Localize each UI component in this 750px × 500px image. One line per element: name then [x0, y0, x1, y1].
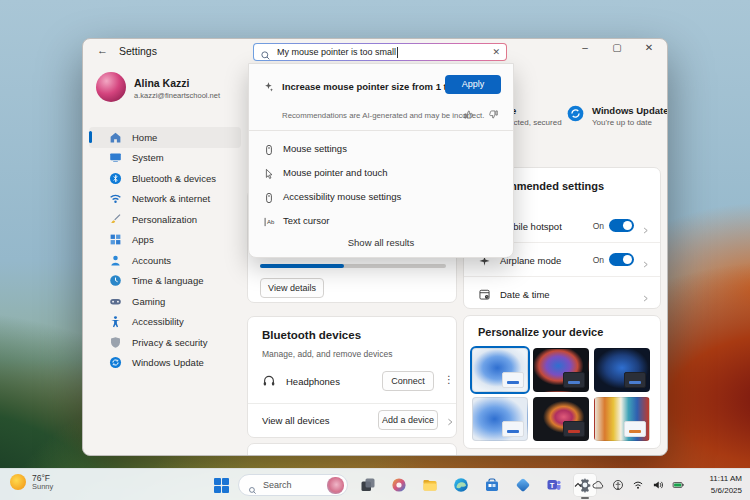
divider: [248, 403, 456, 404]
time-icon: [109, 274, 122, 287]
wallpaper-thumbnail-3[interactable]: [594, 348, 650, 392]
battery-icon[interactable]: [672, 479, 684, 491]
search-result-mouse-settings[interactable]: Mouse settings: [249, 136, 513, 160]
sidebar-item-accessibility[interactable]: Accessibility: [89, 312, 241, 333]
sidebar-item-system[interactable]: System: [89, 148, 241, 169]
search-icon: [248, 481, 257, 490]
sidebar-item-bluetooth-devices[interactable]: Bluetooth & devices: [89, 168, 241, 189]
search-result-mouse-pointer-and-touch[interactable]: Mouse pointer and touch: [249, 160, 513, 184]
wallpaper-thumbnail-2[interactable]: [533, 348, 589, 392]
sidebar-item-privacy-security[interactable]: Privacy & security: [89, 332, 241, 353]
sidebar-item-network-internet[interactable]: Network & internet: [89, 189, 241, 210]
accessibility-tray-icon[interactable]: [612, 479, 624, 491]
headphones-icon: [262, 373, 276, 387]
update-icon: [109, 356, 122, 369]
teams-app-icon[interactable]: T: [543, 474, 565, 496]
wallpaper-thumbnail-5[interactable]: [533, 397, 589, 441]
bluetooth-card-subtitle: Manage, add, and remove devices: [262, 349, 392, 359]
search-highlight-image: [327, 477, 344, 494]
view-all-devices-link[interactable]: View all devices: [262, 415, 329, 426]
search-query-text: My mouse pointer is too small: [277, 47, 396, 57]
clear-search-icon[interactable]: ✕: [492, 47, 500, 57]
user-email: a.kazzi@fineartschool.net: [134, 91, 220, 100]
theme-preview: [563, 372, 585, 388]
sparkle-icon: [262, 79, 274, 91]
gaming-icon: [109, 295, 122, 308]
mouse-icon: [263, 142, 275, 154]
toggle-switch[interactable]: [609, 253, 634, 266]
setting-row-date-time[interactable]: Date & time: [464, 276, 660, 310]
personalize-title: Personalize your device: [478, 326, 603, 338]
view-details-button[interactable]: View details: [260, 278, 324, 298]
wallpaper-thumbnail-4[interactable]: [472, 397, 528, 441]
taskbar-search[interactable]: Search: [238, 474, 348, 496]
sidebar-item-gaming[interactable]: Gaming: [89, 291, 241, 312]
thumbs-down-icon[interactable]: [488, 106, 499, 117]
ai-disclaimer-text: Recommendations are AI-generated and may…: [282, 111, 484, 120]
apply-button[interactable]: Apply: [445, 75, 501, 94]
store-app-icon[interactable]: [481, 474, 503, 496]
personalize-card: Personalize your device: [463, 315, 661, 449]
calendar-icon: [478, 287, 491, 300]
sidebar-item-windows-update[interactable]: Windows Update: [89, 353, 241, 374]
taskbar-weather-widget[interactable]: 76°F Sunny: [10, 473, 53, 491]
privacy-icon: [109, 336, 122, 349]
edge-app-icon[interactable]: [450, 474, 472, 496]
copilot-app-icon[interactable]: [388, 474, 410, 496]
volume-icon[interactable]: [652, 479, 664, 491]
add-device-button[interactable]: Add a device: [378, 410, 438, 430]
task-view-button[interactable]: [357, 474, 379, 496]
theme-preview: [563, 421, 585, 437]
chevron-right-icon: [641, 255, 650, 264]
chevron-right-icon[interactable]: [445, 413, 455, 423]
taskbar: 76°F Sunny Search T 11:11 AM 5/6/2025: [0, 468, 750, 500]
system-icon: [109, 151, 122, 164]
pointer-icon: [263, 166, 275, 178]
thumbs-up-icon[interactable]: [463, 106, 474, 117]
maximize-button[interactable]: ▢: [609, 42, 625, 53]
cloud-icon[interactable]: [592, 479, 604, 491]
windows-update-tile[interactable]: Windows Update You're up to date: [567, 103, 667, 137]
sidebar-item-accounts[interactable]: Accounts: [89, 250, 241, 271]
more-options-icon[interactable]: ⋮: [444, 374, 454, 385]
svg-text:T: T: [550, 481, 555, 490]
accounts-icon: [109, 254, 122, 267]
connect-button[interactable]: Connect: [382, 371, 434, 391]
close-button[interactable]: ✕: [641, 42, 657, 53]
explorer-app-icon[interactable]: [419, 474, 441, 496]
toggle-switch[interactable]: [609, 219, 634, 232]
sidebar-item-time-language[interactable]: Time & language: [89, 271, 241, 292]
desktop-wallpaper: ← Settings – ▢ ✕ Alina Kazzi a.kazzi@fin…: [0, 0, 750, 500]
minimize-button[interactable]: –: [577, 42, 593, 53]
chevron-right-icon: [641, 289, 650, 298]
show-all-results-button[interactable]: Show all results: [249, 237, 513, 248]
avatar[interactable]: [96, 72, 126, 102]
search-results-panel: Increase mouse pointer size from 1 to 5 …: [248, 63, 514, 258]
sidebar-item-apps[interactable]: Apps: [89, 230, 241, 251]
search-result-accessibility-mouse-settings[interactable]: Accessibility mouse settings: [249, 184, 513, 208]
user-name: Alina Kazzi: [134, 77, 189, 89]
m365-app-icon[interactable]: [512, 474, 534, 496]
text-cursor-icon: Ab: [263, 214, 275, 226]
text-caret: [397, 47, 398, 58]
chevron-up-icon[interactable]: [572, 479, 584, 491]
wallpaper-thumbnail-1[interactable]: [472, 348, 528, 392]
sidebar-item-personalization[interactable]: Personalization: [89, 209, 241, 230]
sun-icon: [10, 474, 26, 490]
sidebar-item-home[interactable]: Home: [89, 127, 241, 148]
wifi-icon[interactable]: [632, 479, 644, 491]
theme-preview: [624, 421, 646, 437]
update-title: Windows Update: [592, 105, 668, 116]
settings-search-box[interactable]: My mouse pointer is too small ✕: [253, 43, 507, 61]
update-status: You're up to date: [592, 118, 652, 127]
taskbar-clock[interactable]: 11:11 AM 5/6/2025: [709, 473, 742, 496]
weather-condition: Sunny: [32, 483, 53, 491]
wallpaper-thumbnail-6[interactable]: [594, 397, 650, 441]
accessibility-icon: [109, 315, 122, 328]
start-button[interactable]: [214, 478, 229, 493]
back-button[interactable]: ←: [97, 44, 108, 56]
bluetooth-card: Bluetooth devices Manage, add, and remov…: [247, 316, 457, 438]
clock-time: 11:11 AM: [709, 473, 742, 485]
search-result-text-cursor[interactable]: AbText cursor: [249, 208, 513, 232]
svg-text:Ab: Ab: [267, 219, 275, 225]
